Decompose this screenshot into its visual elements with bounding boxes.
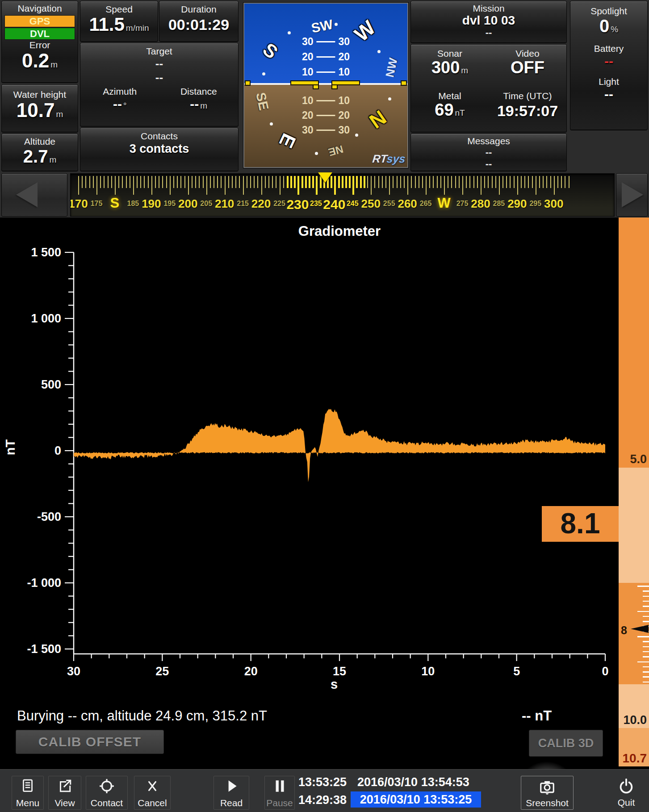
tape-tick — [122, 176, 123, 188]
gauge-needle-icon — [631, 625, 649, 633]
tape-tick — [82, 176, 83, 188]
tape-tick — [144, 176, 145, 188]
tape-tick — [250, 176, 251, 188]
tape-tick — [239, 176, 240, 188]
distance-value: --m — [159, 97, 239, 111]
gauge-ruler-tick — [643, 682, 649, 683]
pause-button[interactable]: Pause — [264, 776, 295, 810]
contact-button[interactable]: Contact — [86, 776, 128, 810]
tape-degree-label: 220 — [251, 197, 271, 211]
tape-tick — [301, 176, 303, 188]
view-button[interactable]: View — [48, 776, 81, 810]
contact-target-icon — [99, 779, 114, 794]
heading-scroll-right-button[interactable] — [616, 174, 647, 216]
screenshot-button[interactable]: Sreenshot — [521, 776, 574, 810]
compass-rose-dot — [377, 50, 381, 53]
x-tick-label: 25 — [155, 665, 169, 678]
read-button-label: Read — [214, 798, 249, 808]
tape-tick — [268, 176, 269, 188]
messages-label: Messages — [411, 136, 566, 146]
gradient-readout-value: 8.1 — [542, 506, 619, 542]
battery-label: Battery — [570, 43, 647, 54]
gauge-ruler-tick — [643, 606, 649, 607]
tape-tick — [100, 176, 101, 188]
tape-tick — [561, 176, 562, 188]
tape-tick — [254, 176, 255, 188]
x-tick-label: 30 — [67, 665, 80, 678]
menu-button[interactable]: Menu — [12, 776, 44, 810]
tape-degree-label: 300 — [544, 197, 563, 211]
gauge-top-value: 5.0 — [630, 452, 647, 466]
pause-button-label: Pause — [265, 798, 294, 808]
heading-scroll-left-button[interactable] — [2, 174, 67, 216]
tape-tick — [151, 176, 152, 195]
datetime-row1: 2016/03/10 13:54:53 — [357, 775, 469, 789]
tape-tick — [188, 176, 189, 195]
clock-row2: 14:29:38 — [298, 793, 347, 807]
tape-tick — [429, 176, 430, 188]
y-tick-label: 0 — [54, 444, 61, 457]
tape-tick — [312, 176, 314, 188]
tape-tick — [305, 176, 307, 188]
messages-line2: -- — [411, 158, 566, 170]
tape-tick — [210, 176, 211, 188]
quit-button[interactable]: Quit — [610, 776, 642, 809]
tape-tick — [203, 176, 204, 188]
tape-tick — [137, 176, 138, 188]
tape-degree-label: 265 — [420, 200, 432, 208]
tape-tick — [155, 176, 156, 188]
tape-tick — [309, 176, 310, 188]
tape-degree-label: 245 — [347, 200, 359, 208]
tape-tick — [345, 176, 347, 188]
gauge-ruler-tick — [643, 621, 649, 622]
read-button[interactable]: Read — [214, 776, 249, 810]
attitude-indicator: SWWSNWSEENEN 303020201010101020203030 RT… — [243, 3, 408, 168]
tape-tick — [536, 176, 536, 195]
tape-tick — [283, 176, 284, 188]
tape-tick — [554, 176, 555, 195]
tape-tick — [148, 176, 149, 188]
gradiometer-signal — [74, 409, 605, 482]
tape-degree-label: 250 — [361, 197, 381, 211]
tape-tick — [506, 176, 507, 188]
tape-tick — [492, 176, 493, 188]
target-line1: -- — [80, 57, 238, 71]
tape-tick — [180, 176, 181, 188]
pause-icon — [272, 779, 287, 794]
gauge-ruler-tick — [637, 611, 649, 612]
gauge-water-column: 5.0 — [619, 218, 649, 468]
tape-tick — [407, 176, 408, 195]
time-utc-value: 19:57:07 — [489, 103, 566, 119]
time-utc-label: Time (UTC) — [489, 91, 566, 101]
contact-button-label: Contact — [86, 798, 127, 808]
tape-tick — [316, 176, 318, 195]
tape-degree-label: 195 — [163, 200, 176, 208]
heading-tape[interactable]: 170175S185190195200205210215220225230235… — [71, 174, 614, 216]
y-tick-label: -1 500 — [27, 642, 61, 656]
calib-3d-button[interactable]: CALIB 3D — [529, 730, 603, 757]
tape-tick — [108, 176, 109, 188]
tape-tick — [543, 176, 544, 188]
altitude-value: 2.7m — [2, 147, 78, 166]
tape-tick — [466, 176, 467, 188]
tape-tick — [352, 176, 354, 195]
tape-tick — [173, 176, 174, 188]
compass-rose-dot — [335, 23, 338, 26]
attitude-horizon-line — [244, 83, 407, 85]
distance-label: Distance — [159, 86, 239, 97]
cancel-button[interactable]: Cancel — [134, 776, 171, 810]
tape-tick — [96, 176, 97, 195]
tape-degree-label: 205 — [200, 200, 212, 208]
target-line2: -- — [80, 71, 238, 84]
water-height-panel: Water height 10.7m — [2, 85, 78, 132]
tape-degree-label: 225 — [273, 200, 285, 208]
tape-tick — [469, 176, 470, 188]
tape-degree-label: 235 — [310, 200, 322, 208]
tape-tick — [521, 176, 522, 188]
tape-tick — [360, 176, 362, 188]
datetime-row2-selected[interactable]: 2016/03/10 13:53:25 — [351, 791, 481, 808]
gauge-ruler-tick — [637, 586, 649, 587]
tape-degree-label: 290 — [507, 197, 527, 211]
calib-offset-button[interactable]: CALIB OFFSET — [16, 730, 164, 754]
aux-panel: Spotlight 0% Battery -- Light -- — [570, 1, 647, 130]
